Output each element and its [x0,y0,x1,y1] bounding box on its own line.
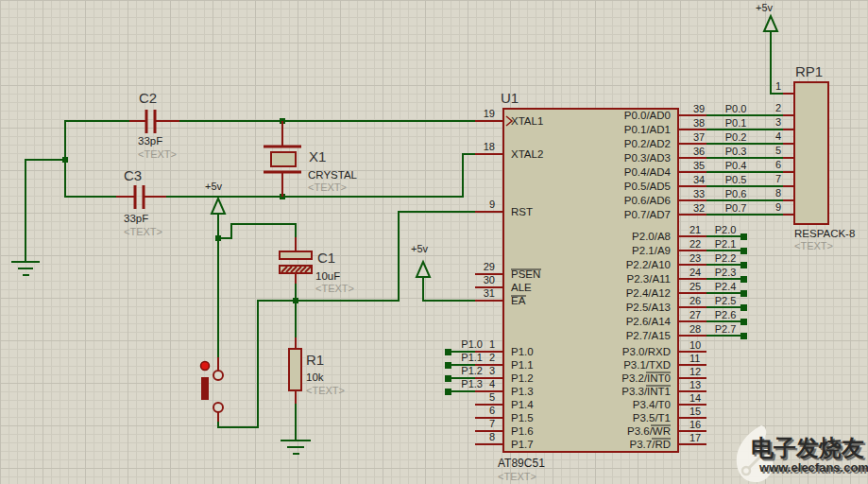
capacitor-c2[interactable]: C2 33pF <TEXT> [129,90,179,160]
pin-name: P2.5/A13 [626,302,671,313]
ground-symbol-r1[interactable] [281,441,310,454]
net-label: P2.4 [715,281,737,292]
pin-number: 18 [484,141,495,152]
pin-name: P0.1/AD1 [624,124,671,135]
pin-number: 34 [693,174,705,185]
pin-name: XTAL2 [511,148,543,160]
pin-name: P2.0/A8 [632,231,671,242]
wire-ground-left[interactable] [26,121,65,262]
pin-number: 37 [693,131,705,143]
pin-number: 15 [689,406,701,417]
pin-number: 4 [775,130,781,142]
pin-number: 39 [693,103,705,114]
net-label: P2.7 [715,323,737,335]
rp1-body[interactable] [794,82,828,224]
pin-name: RST [511,206,533,217]
pin-number: 30 [484,274,495,285]
pin-number: 7 [489,418,495,429]
net-label: P0.5 [725,174,747,185]
net-label: P1.1 [461,352,483,363]
pin-name: ALE [511,282,532,293]
c3-text-placeholder: <TEXT> [124,226,162,237]
net-label: P2.5 [715,295,737,306]
respack-rp1[interactable]: RP1 1 2 3 4 5 6 7 8 9 RESPACK-8 <TEXT> [775,63,855,251]
pin-number: 17 [689,432,701,443]
push-button[interactable] [201,357,224,422]
pin-number: 35 [693,160,705,171]
pin-name: P2.1/A9 [632,245,671,256]
schematic-canvas[interactable]: +5v +5v +5v C2 33pF <TEXT> C3 33pF <TEXT… [0,0,868,484]
pin-name: P2.7/A15 [626,330,671,341]
pin-number: 19 [484,108,495,119]
r1-text-placeholder: <TEXT> [306,385,345,396]
wire-ea-net[interactable] [423,277,475,301]
net-label: P1.0 [461,338,483,350]
net-label: P0.4 [725,160,747,171]
pin-number: 24 [689,267,701,278]
pin-number: 12 [689,366,701,377]
x1-ref: X1 [309,148,326,164]
net-label: P0.0 [725,103,747,114]
net-label: P0.2 [725,131,747,143]
r1-value: 10k [306,372,324,383]
watermark-brand: 电子发烧友 [751,435,864,460]
pin-name: P1.2 [511,372,534,384]
net-label: P2.1 [715,238,737,250]
pin-number: 14 [689,392,701,404]
x1-value: CRYSTAL [308,169,358,181]
power-label: +5v [205,181,223,192]
power-flag-ea[interactable]: +5v [411,243,430,277]
pin-number: 10 [689,339,701,351]
pin-number: 13 [689,379,701,390]
rp1-ref: RP1 [795,63,823,79]
button-actuator[interactable] [201,377,209,400]
u1-text-placeholder: <TEXT> [498,471,536,482]
pin-name: P0.7/AD7 [624,209,671,220]
c1-ref: C1 [317,250,335,266]
pin-name: P0.4/AD4 [624,166,672,178]
pin-name: P3.5/T1 [633,412,671,424]
pin-name: P1.6 [511,425,534,437]
pin-number: 2 [489,352,495,363]
crystal-x1[interactable]: X1 CRYSTAL <TEXT> [264,121,358,197]
pin-number: 36 [693,146,705,157]
pin-number: 28 [689,323,701,335]
schematic-svg: +5v +5v +5v C2 33pF <TEXT> C3 33pF <TEXT… [0,0,868,484]
net-label: P0.1 [725,117,747,129]
pin-name: P1.7 [511,439,534,450]
pin-name: P2.3/A11 [627,273,671,285]
capacitor-c3[interactable]: C3 33pF <TEXT> [116,167,166,237]
net-label: P1.2 [461,365,483,376]
power-flag-rp1[interactable]: +5v [756,2,777,31]
pin-name: P2.2/A10 [626,259,671,270]
pin-name: P3.2/INT0 [621,372,671,384]
pin-name: P0.0/AD0 [624,110,671,121]
net-label: P1.3 [461,378,483,389]
pin-number: 23 [689,252,701,264]
power-label: +5v [411,243,429,254]
ground-symbol-left[interactable] [12,262,39,275]
u1-ref: U1 [501,90,519,106]
pin-number: 25 [689,281,701,292]
pin-number: 6 [775,159,781,170]
pin-number: 26 [689,295,701,306]
x1-text-placeholder: <TEXT> [308,182,347,193]
wire-reset-net[interactable] [218,212,475,441]
pin-number: 11 [689,353,700,364]
net-label: P0.3 [725,146,747,157]
rp1-value: RESPACK-8 [794,228,855,239]
pin-number: 38 [693,117,705,129]
pin-name: P1.4 [511,399,534,410]
net-label: P0.7 [725,202,747,214]
pin-name: P1.0 [511,346,534,357]
pin-number: 27 [689,309,701,320]
pin-number: 29 [484,261,495,272]
pin-name: P1.1 [511,359,534,371]
resistor-r1[interactable]: R1 10k <TEXT> [289,337,345,404]
capacitor-c1[interactable]: C1 10uF <TEXT> [280,237,354,294]
button-interactive-marker[interactable] [201,362,210,371]
net-label: P2.3 [715,267,737,278]
pin-number: 8 [489,431,495,442]
pin-number: 1 [489,338,495,350]
chip-u1[interactable]: U1 AT89C51 <TEXT> XTAL1 XTAL2 RST PSEN A… [461,90,746,482]
